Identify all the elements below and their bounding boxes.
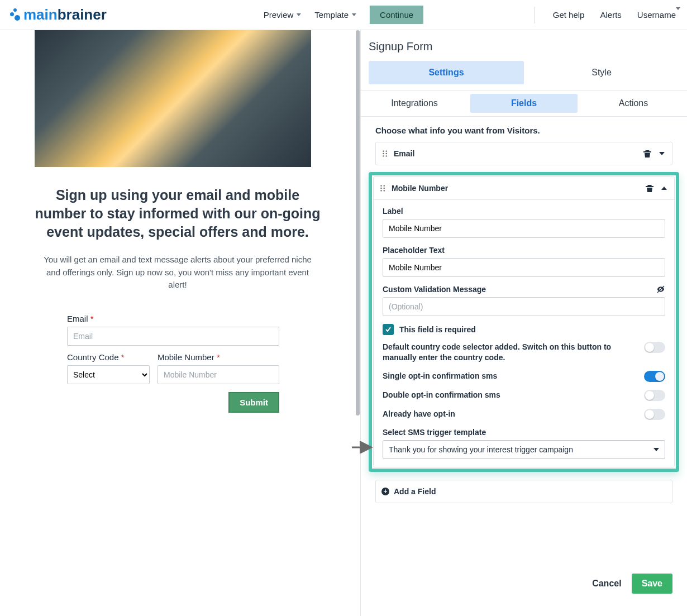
- required-label: This field is required: [399, 325, 476, 334]
- get-help-link[interactable]: Get help: [553, 10, 585, 20]
- field-head-mobile[interactable]: Mobile Number: [374, 177, 674, 199]
- label-input[interactable]: [383, 219, 665, 238]
- placeholder-caption: Placeholder Text: [383, 246, 665, 255]
- scrollbar[interactable]: [355, 30, 360, 616]
- username-label: Username: [637, 10, 676, 20]
- logo-brainer: brainer: [58, 6, 107, 23]
- submit-button[interactable]: Submit: [228, 392, 279, 413]
- email-input[interactable]: [67, 327, 279, 346]
- tab-actions[interactable]: Actions: [580, 90, 687, 116]
- chevron-down-icon: [653, 448, 659, 451]
- scrollbar-thumb[interactable]: [356, 30, 360, 416]
- cancel-button[interactable]: Cancel: [592, 579, 621, 589]
- tab-settings[interactable]: Settings: [369, 61, 524, 84]
- svg-point-9: [380, 188, 381, 189]
- trash-icon[interactable]: [643, 149, 652, 158]
- chevron-down-icon: [297, 13, 301, 16]
- field-title-email: Email: [394, 149, 414, 158]
- already-optin-row: Already have opt-in: [383, 409, 665, 420]
- logo[interactable]: mainbrainer: [7, 6, 107, 23]
- preview-dropdown[interactable]: Preview: [264, 10, 301, 20]
- svg-point-0: [383, 150, 384, 151]
- panel-title: Signup Form: [361, 30, 687, 61]
- right-menu: Get help Alerts Username: [535, 7, 680, 23]
- country-code-label: Country Code *: [67, 352, 150, 362]
- tab-fields[interactable]: Fields: [470, 94, 578, 113]
- eye-off-icon[interactable]: [656, 285, 665, 294]
- single-optin-row: Single opt-in confirmation sms: [383, 371, 665, 382]
- arrow-annotation-icon: [351, 441, 374, 453]
- form-preview-pane: Sign up using your email and mobile numb…: [0, 30, 355, 616]
- field-title-mobile: Mobile Number: [392, 184, 448, 193]
- save-button[interactable]: Save: [632, 574, 672, 594]
- svg-point-12: [384, 190, 385, 191]
- divider: [535, 7, 535, 23]
- chevron-down-icon: [676, 7, 680, 20]
- tab-style[interactable]: Style: [524, 61, 679, 84]
- required-checkbox-row[interactable]: This field is required: [383, 324, 665, 335]
- svg-point-7: [380, 185, 381, 186]
- mobile-number-label: Mobile Number *: [158, 352, 279, 362]
- country-code-select[interactable]: Select: [67, 365, 150, 384]
- double-optin-label: Double opt-in confirmation sms: [383, 390, 638, 400]
- field-body-mobile: Label Placeholder Text Custom Validation…: [374, 199, 674, 467]
- svg-point-3: [386, 153, 387, 154]
- drag-icon[interactable]: [381, 150, 389, 157]
- validation-input[interactable]: [383, 297, 665, 316]
- default-cc-row: Default country code selector added. Swi…: [383, 342, 665, 363]
- double-optin-row: Double opt-in confirmation sms: [383, 390, 665, 401]
- svg-point-5: [386, 155, 387, 156]
- email-label: Email *: [67, 314, 279, 323]
- alerts-link[interactable]: Alerts: [600, 10, 621, 20]
- signup-form: Email * Country Code * Select Mobile Num…: [67, 314, 279, 384]
- topbar: mainbrainer Preview Template Continue Ge…: [0, 0, 687, 30]
- default-cc-toggle[interactable]: [644, 342, 665, 353]
- already-optin-toggle[interactable]: [644, 409, 665, 420]
- continue-button[interactable]: Continue: [370, 6, 423, 24]
- double-optin-toggle[interactable]: [644, 390, 665, 401]
- mobile-number-input[interactable]: [158, 365, 279, 384]
- svg-point-10: [384, 188, 385, 189]
- plus-icon: +: [381, 488, 389, 495]
- tab-integrations[interactable]: Integrations: [361, 90, 468, 116]
- tabs-secondary: Integrations Fields Actions: [361, 90, 687, 117]
- field-head-email[interactable]: Email: [376, 142, 672, 165]
- placeholder-input[interactable]: [383, 258, 665, 277]
- logo-dots-icon: [7, 7, 22, 23]
- sms-trigger-value: Thank you for showing your interest trig…: [389, 445, 573, 454]
- add-field-button[interactable]: + Add a Field: [375, 480, 672, 503]
- section-hint: Choose what info you want from Visitors.: [361, 117, 687, 142]
- svg-point-4: [383, 155, 384, 156]
- hero-image: [35, 30, 311, 167]
- footer-actions: Cancel Save: [361, 559, 687, 616]
- svg-point-2: [383, 153, 384, 154]
- sms-trigger-select[interactable]: Thank you for showing your interest trig…: [383, 440, 665, 459]
- label-caption: Label: [383, 207, 665, 216]
- settings-pane: Signup Form Settings Style Integrations …: [360, 30, 687, 616]
- single-optin-toggle[interactable]: [644, 371, 665, 382]
- tabs-primary: Settings Style: [361, 61, 687, 84]
- default-cc-label: Default country code selector added. Swi…: [383, 342, 638, 363]
- trash-icon[interactable]: [645, 184, 654, 193]
- checkbox-icon: [383, 324, 394, 335]
- headline: Sign up using your email and mobile numb…: [35, 186, 321, 241]
- svg-point-8: [384, 185, 385, 186]
- svg-point-1: [386, 150, 387, 151]
- template-label: Template: [314, 10, 349, 20]
- subline: You will get an email and text message a…: [35, 254, 321, 292]
- add-field-label: Add a Field: [394, 487, 436, 496]
- field-card-email: Email: [375, 142, 672, 165]
- center-menu: Preview Template Continue: [264, 6, 423, 24]
- already-optin-label: Already have opt-in: [383, 409, 638, 419]
- chevron-down-icon[interactable]: [657, 149, 666, 158]
- content: Sign up using your email and mobile numb…: [0, 30, 687, 616]
- username-dropdown[interactable]: Username: [637, 10, 680, 20]
- chevron-down-icon: [352, 13, 356, 16]
- svg-point-11: [380, 190, 381, 191]
- drag-icon[interactable]: [379, 184, 387, 192]
- logo-main: main: [23, 6, 58, 23]
- chevron-up-icon[interactable]: [660, 184, 669, 193]
- template-dropdown[interactable]: Template: [314, 10, 356, 20]
- validation-caption: Custom Validation Message: [383, 285, 665, 294]
- field-card-mobile-highlight: Mobile Number Label Placeholder Text Cus…: [369, 172, 679, 472]
